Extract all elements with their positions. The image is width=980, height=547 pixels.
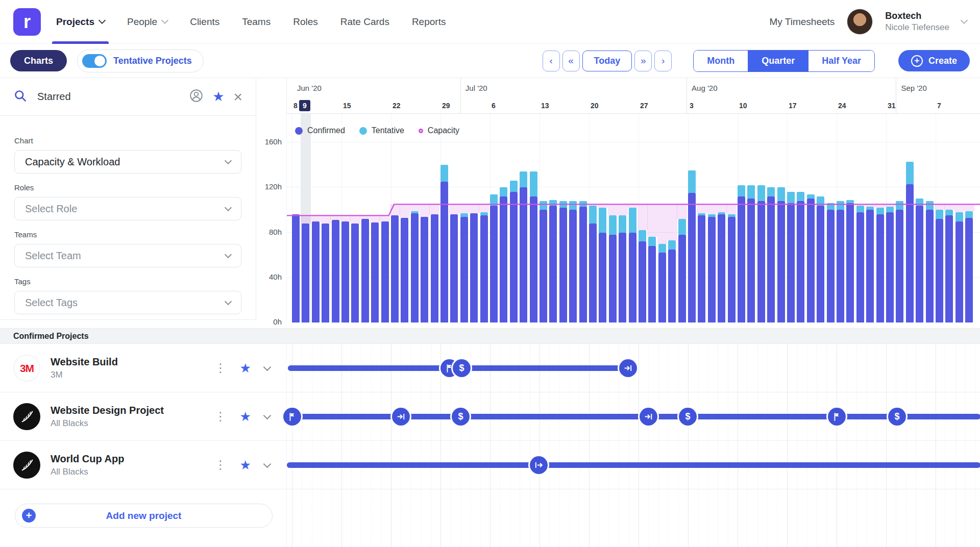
- nav-item-rate-cards[interactable]: Rate Cards: [340, 0, 389, 44]
- confirmed-bar[interactable]: [500, 196, 507, 322]
- confirmed-bar[interactable]: [926, 210, 934, 322]
- nav-item-reports[interactable]: Reports: [412, 0, 446, 44]
- filter-select-tags[interactable]: Select Tags: [14, 291, 241, 314]
- tentative-bar[interactable]: [767, 187, 775, 196]
- milestone-flag[interactable]: [283, 408, 301, 426]
- confirmed-bar[interactable]: [361, 219, 369, 322]
- tentative-bar[interactable]: [411, 211, 419, 213]
- zoom-option-month[interactable]: Month: [694, 51, 748, 71]
- tentative-bar[interactable]: [629, 208, 636, 233]
- brand-logo[interactable]: r: [13, 8, 41, 36]
- nav-item-projects[interactable]: Projects: [56, 0, 105, 44]
- filter-select-teams[interactable]: Select Team: [14, 244, 241, 267]
- tentative-bar[interactable]: [619, 215, 626, 232]
- confirmed-bar[interactable]: [777, 201, 785, 322]
- close-icon[interactable]: ×: [233, 89, 242, 105]
- confirmed-bar[interactable]: [906, 184, 914, 322]
- kebab-menu-icon[interactable]: ⋮: [215, 361, 227, 375]
- tentative-bar[interactable]: [747, 185, 755, 199]
- tentative-bar[interactable]: [460, 213, 468, 217]
- confirmed-bar[interactable]: [589, 223, 597, 322]
- tentative-bar[interactable]: [549, 200, 557, 206]
- tentative-bar[interactable]: [757, 185, 765, 201]
- tentative-bar[interactable]: [648, 237, 656, 246]
- tentative-bar[interactable]: [530, 171, 537, 196]
- confirmed-bar[interactable]: [708, 217, 716, 322]
- person-icon[interactable]: [189, 89, 203, 105]
- charts-button[interactable]: Charts: [10, 50, 67, 71]
- confirmed-bar[interactable]: [916, 206, 923, 322]
- confirmed-bar[interactable]: [510, 192, 518, 322]
- star-icon[interactable]: ★: [240, 361, 251, 376]
- confirmed-bar[interactable]: [896, 210, 903, 322]
- confirmed-bar[interactable]: [322, 223, 329, 322]
- star-icon[interactable]: ★: [240, 409, 251, 424]
- tentative-bar[interactable]: [936, 210, 943, 219]
- tentative-bar[interactable]: [609, 215, 617, 235]
- tentative-bar[interactable]: [559, 201, 567, 208]
- milestone-dollar[interactable]: $: [452, 408, 470, 426]
- confirmed-bar[interactable]: [579, 207, 587, 322]
- confirmed-bar[interactable]: [391, 215, 399, 322]
- create-button[interactable]: + Create: [898, 50, 970, 71]
- confirmed-bar[interactable]: [757, 201, 765, 322]
- confirmed-bar[interactable]: [945, 215, 953, 322]
- tentative-bar[interactable]: [906, 162, 914, 184]
- tentative-bar[interactable]: [837, 201, 844, 210]
- milestone-dollar[interactable]: $: [453, 359, 471, 377]
- tentative-bar[interactable]: [807, 194, 815, 199]
- nav-item-people[interactable]: People: [127, 0, 167, 44]
- filter-select-roles[interactable]: Select Role: [14, 197, 241, 220]
- confirmed-bar[interactable]: [876, 214, 884, 322]
- tentative-bar[interactable]: [728, 214, 736, 216]
- tentative-bar[interactable]: [678, 219, 686, 235]
- tentative-bar[interactable]: [658, 244, 666, 253]
- kebab-menu-icon[interactable]: ⋮: [215, 458, 227, 472]
- confirmed-bar[interactable]: [936, 219, 943, 322]
- confirmed-bar[interactable]: [678, 235, 686, 322]
- confirmed-bar[interactable]: [559, 208, 567, 322]
- tentative-bar[interactable]: [787, 192, 795, 203]
- tentative-bar[interactable]: [856, 206, 864, 212]
- confirmed-bar[interactable]: [470, 213, 478, 322]
- confirmed-bar[interactable]: [540, 210, 547, 322]
- tentative-toggle-switch[interactable]: [82, 54, 107, 68]
- nav-item-clients[interactable]: Clients: [190, 0, 219, 44]
- tentative-bar[interactable]: [945, 210, 953, 215]
- zoom-option-half-year[interactable]: Half Year: [808, 51, 874, 71]
- project-timeline-bar[interactable]: [287, 462, 980, 468]
- confirmed-bar[interactable]: [619, 233, 626, 323]
- tentative-bar[interactable]: [916, 198, 923, 205]
- confirmed-bar[interactable]: [460, 217, 468, 322]
- nav-item-teams[interactable]: Teams: [242, 0, 271, 44]
- confirmed-bar[interactable]: [747, 198, 755, 322]
- account-info[interactable]: Boxtech Nicole Tiefensee: [885, 11, 949, 33]
- tentative-bar[interactable]: [738, 185, 745, 196]
- tentative-bar[interactable]: [688, 170, 696, 193]
- confirmed-bar[interactable]: [837, 210, 844, 322]
- confirmed-bar[interactable]: [292, 214, 300, 322]
- confirmed-bar[interactable]: [440, 182, 448, 322]
- tentative-bar[interactable]: [579, 201, 587, 207]
- confirmed-bar[interactable]: [520, 187, 527, 322]
- tentative-bar[interactable]: [846, 200, 854, 204]
- confirmed-bar[interactable]: [569, 210, 577, 322]
- confirmed-bar[interactable]: [411, 213, 419, 322]
- confirmed-bar[interactable]: [629, 233, 636, 323]
- chevron-down-icon[interactable]: [961, 17, 968, 24]
- confirmed-bar[interactable]: [856, 212, 864, 322]
- tentative-bar[interactable]: [896, 201, 903, 210]
- confirmed-bar[interactable]: [599, 233, 606, 323]
- add-new-project-button[interactable]: + Add new project: [15, 504, 273, 528]
- tentative-bar[interactable]: [440, 165, 448, 182]
- tentative-bar[interactable]: [698, 213, 705, 215]
- confirmed-bar[interactable]: [728, 217, 736, 322]
- filter-select-chart[interactable]: Capacity & Workload: [14, 150, 241, 173]
- confirmed-bar[interactable]: [530, 196, 537, 322]
- confirmed-bar[interactable]: [312, 221, 320, 323]
- nav-item-roles[interactable]: Roles: [293, 0, 318, 44]
- pager-prev-button-1[interactable]: «: [562, 51, 580, 71]
- tentative-bar[interactable]: [817, 196, 824, 206]
- tentative-bar[interactable]: [668, 240, 676, 250]
- tentative-bar[interactable]: [599, 208, 606, 233]
